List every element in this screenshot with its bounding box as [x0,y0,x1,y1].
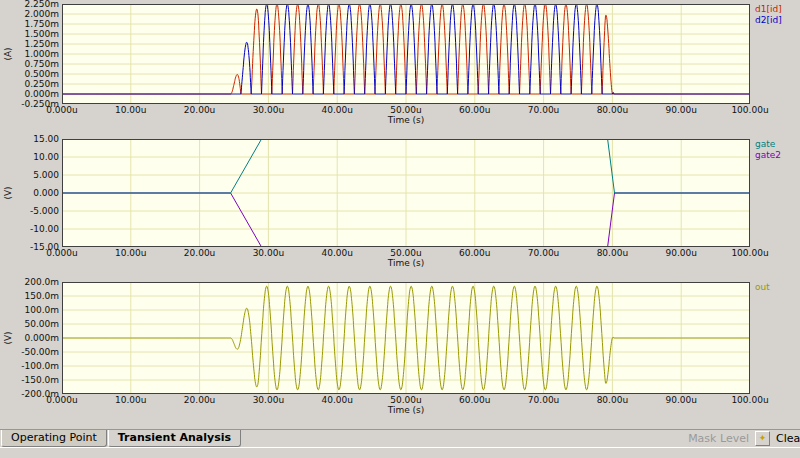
y-tick-label: 0.750m [24,59,59,69]
chart-panel-3: (V)200.0m150.0m100.0m50.00m0.000m-50.00m… [0,282,800,416]
y-tick-label: 15.00 [33,134,59,144]
y-axis-unit-label: (V) [3,331,13,344]
x-axis-ticks: 0.000u10.00u20.00u30.00u40.00u50.00u60.0… [62,247,750,258]
x-tick-label: 0.000u [46,105,77,115]
y-axis-ticks: 2.250m2.000m1.750m1.500m1.250m1.000m0.75… [16,4,62,104]
y-tick-label: -100.0m [21,361,59,371]
x-tick-label: 10.00u [115,105,146,115]
x-axis-title: Time (s) [388,115,425,125]
x-tick-label: 70.00u [528,105,559,115]
clear-button[interactable]: Clear [776,432,800,445]
x-tick-label: 80.00u [597,105,628,115]
y-tick-label: 0.000m [24,89,59,99]
x-tick-label: 50.00u [390,395,421,405]
y-tick-label: 150.0m [24,291,59,301]
x-tick-label: 0.000u [46,395,77,405]
legend-item-gate2[interactable]: gate2 [755,150,800,161]
x-tick-label: 30.00u [253,248,284,258]
x-tick-label: 40.00u [321,105,352,115]
legend-item-d1[id][interactable]: d1[id] [755,4,800,15]
x-axis-ticks: 0.000u10.00u20.00u30.00u40.00u50.00u60.0… [62,104,750,115]
y-axis-ticks: 200.0m150.0m100.0m50.00m0.000m-50.00m-10… [16,282,62,394]
legend: out [750,282,800,394]
tab-bar: Operating Point Transient Analysis Mask … [0,429,800,447]
y-tick-label: 1.500m [24,29,59,39]
x-tick-label: 20.00u [184,248,215,258]
x-tick-label: 80.00u [597,395,628,405]
y-tick-label: 1.000m [24,49,59,59]
plot-area[interactable] [62,282,750,394]
y-tick-label: -5.000 [30,206,59,216]
y-tick-label: 2.250m [24,0,59,9]
tab-transient-analysis[interactable]: Transient Analysis [108,430,241,447]
x-tick-label: 10.00u [115,248,146,258]
tab-bar-right-controls: Mask Level ✦ Clear [688,430,800,447]
x-tick-label: 100.00u [731,395,768,405]
x-tick-label: 0.000u [46,248,77,258]
y-tick-label: 0.500m [24,69,59,79]
x-tick-label: 20.00u [184,105,215,115]
x-tick-label: 60.00u [459,395,490,405]
x-tick-label: 20.00u [184,395,215,405]
x-tick-label: 100.00u [731,248,768,258]
x-tick-label: 40.00u [321,395,352,405]
x-tick-label: 60.00u [459,248,490,258]
y-tick-label: -10.00 [30,224,59,234]
y-tick-label: 0.000 [33,188,59,198]
y-tick-label: 1.750m [24,19,59,29]
x-tick-label: 90.00u [665,248,696,258]
x-tick-label: 70.00u [528,248,559,258]
plot-area[interactable] [62,4,750,104]
clear-button-clip: Clear [776,432,800,445]
x-tick-label: 10.00u [115,395,146,405]
legend: gategate2 [750,139,800,247]
x-tick-label: 90.00u [665,395,696,405]
x-tick-label: 80.00u [597,248,628,258]
y-tick-label: 0.250m [24,79,59,89]
y-axis-unit-label: (V) [3,186,13,199]
chart-panel-1: (A)2.250m2.000m1.750m1.500m1.250m1.000m0… [0,4,800,126]
plot-area[interactable] [62,139,750,247]
legend-item-out[interactable]: out [755,282,800,293]
y-tick-label: -50.00m [21,347,59,357]
x-tick-label: 60.00u [459,105,490,115]
tab-operating-point[interactable]: Operating Point [1,430,107,447]
y-tick-label: 0.000m [24,333,59,343]
x-tick-label: 90.00u [665,105,696,115]
status-bar [0,447,800,458]
legend: d1[id]d2[id] [750,4,800,104]
graph-page: (A)2.250m2.000m1.750m1.500m1.250m1.000m0… [0,0,800,416]
legend-item-d2[id][interactable]: d2[id] [755,15,800,26]
y-tick-label: 1.250m [24,39,59,49]
x-tick-label: 30.00u [253,105,284,115]
y-tick-label: 2.000m [24,9,59,19]
y-tick-label: 200.0m [24,277,59,287]
y-axis-ticks: 15.0010.005.0000.000-5.000-10.00-15.00 [16,139,62,247]
x-tick-label: 40.00u [321,248,352,258]
x-tick-label: 70.00u [528,395,559,405]
y-tick-label: -150.0m [21,375,59,385]
chart-panel-2: (V)15.0010.005.0000.000-5.000-10.00-15.0… [0,139,800,269]
y-tick-label: 50.00m [24,319,59,329]
x-tick-label: 50.00u [390,248,421,258]
x-tick-label: 30.00u [253,395,284,405]
mask-level-button[interactable]: Mask Level [688,432,749,445]
legend-item-gate[interactable]: gate [755,139,800,150]
x-axis-title: Time (s) [388,258,425,268]
x-tick-label: 50.00u [390,105,421,115]
x-tick-label: 100.00u [731,105,768,115]
y-axis-unit-label: (A) [3,47,13,60]
clear-icon[interactable]: ✦ [755,431,770,446]
x-axis-ticks: 0.000u10.00u20.00u30.00u40.00u50.00u60.0… [62,394,750,405]
y-tick-label: 5.000 [33,170,59,180]
y-tick-label: 10.00 [33,152,59,162]
y-tick-label: 100.0m [24,305,59,315]
x-axis-title: Time (s) [388,405,425,415]
